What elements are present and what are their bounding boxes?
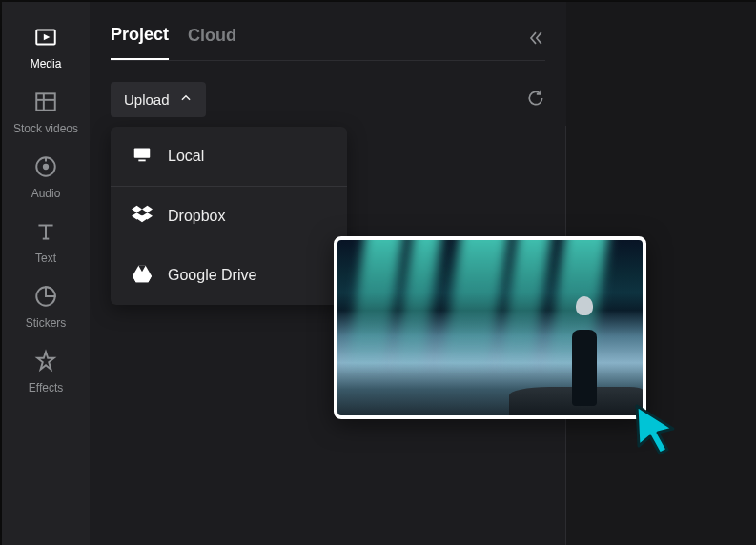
svg-marker-14 [132,206,142,212]
svg-marker-1 [44,34,51,41]
sidebar-item-label: Media [31,57,62,71]
sidebar-item-label: Effects [29,381,63,394]
media-icon [33,25,58,53]
svg-marker-22 [637,406,673,454]
svg-rect-2 [36,93,55,110]
svg-marker-21 [133,276,152,282]
dropbox-icon [132,204,153,229]
upload-option-local[interactable]: Local [111,127,347,187]
sidebar-item-stock-videos[interactable]: Stock videos [13,90,78,135]
refresh-button[interactable] [526,89,545,111]
sidebar-item-label: Text [35,252,56,265]
sidebar-item-label: Stock videos [13,122,78,135]
tab-cloud[interactable]: Cloud [188,20,236,59]
svg-rect-13 [138,160,145,162]
text-icon [33,219,58,248]
svg-marker-15 [142,206,153,212]
svg-point-6 [44,165,48,169]
chevron-up-icon [179,91,193,108]
upload-button-label: Upload [124,91,170,108]
app-frame: Media Stock videos Audio [2,2,756,545]
sidebar-item-label: Audio [31,187,61,200]
sidebar-item-text[interactable]: Text [33,219,58,265]
upload-option-label: Google Drive [168,267,256,284]
google-drive-icon [132,263,153,288]
audio-icon [33,154,58,183]
stock-videos-icon [33,90,58,118]
sidebar-item-effects[interactable]: Effects [29,349,63,394]
monitor-icon [132,144,153,169]
upload-button[interactable]: Upload [111,82,206,117]
effects-icon [33,349,58,377]
collapse-panel-button[interactable] [526,29,545,51]
svg-rect-12 [134,149,151,158]
action-row: Upload [111,82,545,117]
sidebar-item-media[interactable]: Media [31,25,62,71]
media-thumbnail[interactable] [334,236,646,419]
tab-row: Project Cloud [111,19,545,61]
sidebar: Media Stock videos Audio [2,2,90,545]
upload-option-label: Dropbox [168,208,225,225]
stickers-icon [33,284,58,313]
upload-option-label: Local [168,148,204,165]
tab-project[interactable]: Project [111,19,169,60]
sidebar-item-label: Stickers [26,316,67,330]
upload-option-dropbox[interactable]: Dropbox [111,187,347,246]
upload-option-google-drive[interactable]: Google Drive [111,246,347,305]
upload-dropdown: Local Dropbox [111,127,347,305]
cursor-icon [631,400,683,459]
sidebar-item-stickers[interactable]: Stickers [26,284,67,330]
sidebar-item-audio[interactable]: Audio [31,154,61,200]
